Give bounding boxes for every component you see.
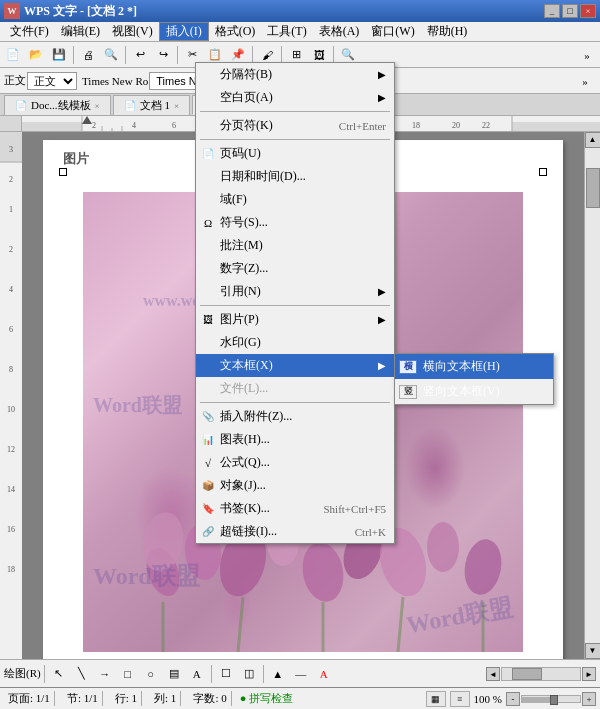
menu-field-item[interactable]: 域(F) [196, 188, 394, 211]
watermark-1: Word联盟 [93, 560, 200, 592]
menu-citation-item[interactable]: 引用(N) ▶ [196, 280, 394, 303]
draw-textbox-btn[interactable]: ▤ [163, 663, 185, 685]
menu-attach-item[interactable]: 📎 插入附件(Z)... [196, 405, 394, 428]
scroll-track-v[interactable] [585, 148, 600, 643]
tab-doc1[interactable]: 📄 文档 1 × [113, 95, 190, 115]
print-btn[interactable]: 🖨 [77, 44, 99, 66]
draw-shadow-btn[interactable]: ☐ [215, 663, 237, 685]
menu-sep-1 [200, 111, 390, 112]
tab-template[interactable]: 📄 Doc...线模板 × [4, 95, 111, 115]
maximize-btn[interactable]: □ [562, 4, 578, 18]
menu-tools[interactable]: 工具(T) [261, 22, 312, 41]
bookmark-icon: 🔖 [200, 501, 216, 517]
draw-select-btn[interactable]: ↖ [48, 663, 70, 685]
symbol-icon: Ω [200, 215, 216, 231]
handle-br[interactable] [539, 168, 547, 176]
file-ins-label: 文件(L)... [220, 380, 268, 397]
menu-file[interactable]: 文件(F) [4, 22, 55, 41]
menu-picture-item[interactable]: 🖼 图片(P) ▶ [196, 308, 394, 331]
menu-insert[interactable]: 插入(I) [159, 22, 209, 41]
menu-textbox-item[interactable]: 文本框(X) ▶ 横 横向文本框(H) 竖 竖向文本框(V) [196, 354, 394, 377]
submenu-vertical[interactable]: 竖 竖向文本框(V) [395, 379, 553, 404]
zoom-in-btn[interactable]: + [582, 692, 596, 706]
menu-formula-item[interactable]: √ 公式(Q)... [196, 451, 394, 474]
handle-bl[interactable] [59, 168, 67, 176]
fmt-toolbar-more[interactable]: » [574, 70, 596, 92]
menu-pagenumber-item[interactable]: 📄 页码(U) [196, 142, 394, 165]
pagebreak-icon [200, 118, 216, 134]
menu-table[interactable]: 表格(A) [313, 22, 366, 41]
datetime-label: 日期和时间(D)... [220, 168, 306, 185]
minimize-btn[interactable]: _ [544, 4, 560, 18]
draw-wordart-btn[interactable]: A [186, 663, 208, 685]
view-outline-btn[interactable]: ≡ [450, 691, 470, 707]
tab-doc1-icon: 📄 [124, 100, 136, 111]
separator-label: 分隔符(B) [220, 66, 272, 83]
zoom-out-btn[interactable]: - [506, 692, 520, 706]
draw-font-color-btn[interactable]: A [313, 663, 335, 685]
menu-view[interactable]: 视图(V) [106, 22, 159, 41]
menu-bar: 文件(F) 编辑(E) 视图(V) 插入(I) 格式(O) 工具(T) 表格(A… [0, 22, 600, 42]
tab-template-close[interactable]: × [95, 101, 100, 111]
menu-annotation-item[interactable]: 批注(M) [196, 234, 394, 257]
draw-arrow-btn[interactable]: → [94, 663, 116, 685]
horizontal-textbox-label: 横向文本框(H) [423, 358, 500, 375]
menu-bookmark-item[interactable]: 🔖 书签(K)... Shift+Ctrl+F5 [196, 497, 394, 520]
menu-blankpage-item[interactable]: 空白页(A) ▶ [196, 86, 394, 109]
menu-edit[interactable]: 编辑(E) [55, 22, 106, 41]
printpreview-btn[interactable]: 🔍 [100, 44, 122, 66]
open-btn[interactable]: 📂 [25, 44, 47, 66]
menu-datetime-item[interactable]: 日期和时间(D)... [196, 165, 394, 188]
menu-symbol-item[interactable]: Ω 符号(S)... [196, 211, 394, 234]
textbox-menu-icon [200, 358, 216, 374]
draw-rect-btn[interactable]: □ [117, 663, 139, 685]
save-btn[interactable]: 💾 [48, 44, 70, 66]
status-spell[interactable]: ● 拼写检查 [240, 691, 293, 706]
new-btn[interactable]: 📄 [2, 44, 24, 66]
svg-text:20: 20 [452, 121, 460, 130]
submenu-horizontal[interactable]: 横 横向文本框(H) [395, 354, 553, 379]
menu-number-item[interactable]: 数字(Z)... [196, 257, 394, 280]
svg-text:2: 2 [9, 175, 13, 184]
scroll-up-btn[interactable]: ▲ [585, 132, 601, 148]
menu-help[interactable]: 帮助(H) [421, 22, 474, 41]
menu-watermark-item[interactable]: 水印(G) [196, 331, 394, 354]
menu-window[interactable]: 窗口(W) [365, 22, 420, 41]
symbol-label: 符号(S)... [220, 214, 268, 231]
tab-doc1-close[interactable]: × [174, 101, 179, 111]
scrollbar-horizontal: ◄ ► [486, 667, 596, 681]
draw-3d-btn[interactable]: ◫ [238, 663, 260, 685]
close-btn[interactable]: × [580, 4, 596, 18]
menu-format[interactable]: 格式(O) [209, 22, 262, 41]
scroll-left-btn[interactable]: ◄ [486, 667, 500, 681]
draw-line-color-btn[interactable]: — [290, 663, 312, 685]
scroll-track-h[interactable] [501, 667, 581, 681]
menu-sep-4 [200, 402, 390, 403]
zoom-slider[interactable] [521, 695, 581, 703]
citation-label: 引用(N) [220, 283, 261, 300]
zoom-slider-thumb[interactable] [550, 695, 558, 705]
scroll-thumb-v[interactable] [586, 168, 600, 208]
picture-label-m: 图片(P) [220, 311, 259, 328]
toolbar-more[interactable]: » [576, 44, 598, 66]
scroll-down-btn[interactable]: ▼ [585, 643, 601, 659]
menu-chart-item[interactable]: 📊 图表(H)... [196, 428, 394, 451]
scroll-thumb-h[interactable] [512, 668, 542, 680]
vertical-textbox-label: 竖向文本框(V) [423, 383, 500, 400]
menu-pagebreak-item[interactable]: 分页符(K) Ctrl+Enter [196, 114, 394, 137]
citation-arrow: ▶ [378, 286, 386, 297]
menu-object-item[interactable]: 📦 对象(J)... [196, 474, 394, 497]
scroll-right-btn[interactable]: ► [582, 667, 596, 681]
undo-btn[interactable]: ↩ [129, 44, 151, 66]
draw-fill-btn[interactable]: ▲ [267, 663, 289, 685]
draw-sep2 [263, 665, 264, 683]
draw-oval-btn[interactable]: ○ [140, 663, 162, 685]
menu-hyperlink-item[interactable]: 🔗 超链接(I)... Ctrl+K [196, 520, 394, 543]
draw-line-btn[interactable]: ╲ [71, 663, 93, 685]
title-bar: W WPS 文字 - [文档 2 *] _ □ × [0, 0, 600, 22]
svg-text:10: 10 [7, 405, 15, 414]
menu-separator-item[interactable]: 分隔符(B) ▶ [196, 63, 394, 86]
redo-btn[interactable]: ↪ [152, 44, 174, 66]
view-normal-btn[interactable]: ▦ [426, 691, 446, 707]
style-combo[interactable]: 正文 [27, 72, 77, 90]
